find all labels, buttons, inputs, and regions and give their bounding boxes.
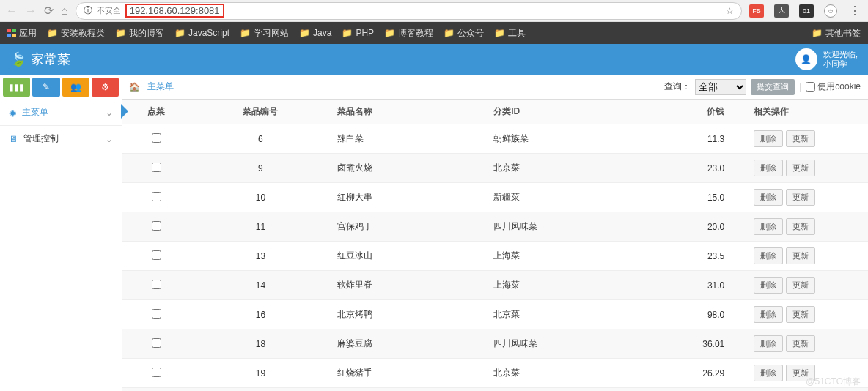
cell-name: 宫保鸡丁: [330, 212, 486, 242]
apps-grid-icon: [7, 29, 16, 37]
row-checkbox[interactable]: [152, 309, 161, 319]
sidebar-item[interactable]: 🖥管理控制⌄: [0, 126, 122, 152]
pencil-icon: ✎: [43, 82, 50, 92]
cell-price: 1.5: [660, 388, 746, 392]
back-button[interactable]: ←: [6, 4, 18, 18]
row-checkbox[interactable]: [152, 368, 161, 377]
extension-icon[interactable]: 01: [799, 4, 814, 18]
insecure-label: 不安全: [97, 5, 121, 16]
cell-id: 9: [191, 154, 330, 183]
bookmark-item[interactable]: 📁Java: [299, 27, 331, 40]
filter-select[interactable]: 全部: [695, 79, 746, 95]
bookmark-label: 公众号: [457, 27, 484, 40]
row-checkbox[interactable]: [152, 250, 161, 260]
bookmark-item[interactable]: 📁安装教程类: [47, 27, 105, 40]
stats-button[interactable]: ▮▮▮: [3, 78, 30, 97]
other-bookmarks[interactable]: 📁 其他书签: [812, 27, 861, 40]
delete-button[interactable]: 删除: [754, 365, 783, 381]
folder-icon: 📁: [812, 28, 823, 38]
reload-button[interactable]: ⟳: [44, 4, 54, 18]
update-button[interactable]: 更新: [786, 247, 815, 264]
table-row: 16北京烤鸭北京菜98.0删除 更新: [122, 300, 868, 329]
home-icon[interactable]: 🏠: [129, 82, 140, 92]
update-button[interactable]: 更新: [786, 160, 815, 176]
cookie-checkbox-label[interactable]: 使用cookie: [806, 81, 861, 93]
delete-button[interactable]: 删除: [754, 218, 783, 235]
settings-button[interactable]: ⚙: [92, 78, 119, 97]
delete-button[interactable]: 删除: [754, 335, 783, 352]
sidebar-item-label: 主菜单: [22, 106, 48, 119]
cell-category: 朝鲜族菜: [486, 124, 660, 154]
folder-icon: 📁: [384, 28, 395, 38]
bookmarks-bar: 应用 📁安装教程类📁我的博客📁JavaScript📁学习网站📁Java📁PHP📁…: [0, 22, 868, 44]
extension-icon[interactable]: 人: [774, 4, 789, 18]
bookmark-item[interactable]: 📁工具: [494, 27, 526, 40]
cell-price: 20.0: [660, 212, 746, 242]
bars-icon: ▮▮▮: [9, 82, 24, 92]
profile-avatar-icon[interactable]: ☺: [824, 4, 837, 18]
submit-button[interactable]: 提交查询: [751, 79, 795, 95]
row-checkbox[interactable]: [152, 163, 161, 172]
delete-button[interactable]: 删除: [754, 277, 783, 294]
row-checkbox[interactable]: [152, 221, 161, 231]
cell-price: 31.0: [660, 271, 746, 300]
home-button[interactable]: ⌂: [61, 4, 68, 18]
update-button[interactable]: 更新: [786, 189, 815, 206]
row-checkbox[interactable]: [152, 192, 161, 201]
forward-button[interactable]: →: [25, 4, 37, 18]
bookmark-star-icon[interactable]: ☆: [726, 6, 734, 16]
cookie-checkbox[interactable]: [806, 82, 815, 92]
cell-name: 红柳大串: [330, 183, 486, 212]
cell-category: 北京菜: [486, 388, 660, 392]
row-checkbox[interactable]: [152, 280, 161, 289]
update-button[interactable]: 更新: [786, 277, 815, 294]
update-button[interactable]: 更新: [786, 335, 815, 352]
sidebar-icon: ◉: [9, 108, 16, 118]
bookmark-label: 其他书签: [825, 27, 861, 40]
search-area: 查询： 全部 提交查询 | 使用cookie: [664, 79, 861, 95]
cell-id: 16: [191, 300, 330, 329]
bookmark-item[interactable]: 📁我的博客: [115, 27, 164, 40]
sidebar-item[interactable]: ◉主菜单⌄: [0, 100, 122, 126]
cell-id: 11: [191, 212, 330, 242]
quick-buttons: ▮▮▮ ✎ 👥 ⚙: [0, 75, 122, 100]
cell-price: 23.5: [660, 242, 746, 271]
delete-button[interactable]: 删除: [754, 189, 783, 206]
cell-category: 上海菜: [486, 242, 660, 271]
apps-label: 应用: [19, 27, 37, 40]
update-button[interactable]: 更新: [786, 306, 815, 323]
bookmark-item[interactable]: 📁PHP: [342, 27, 374, 40]
delete-button[interactable]: 删除: [754, 247, 783, 264]
breadcrumb-item[interactable]: 主菜单: [147, 81, 174, 93]
update-button[interactable]: 更新: [786, 130, 815, 147]
cell-price: 11.3: [660, 124, 746, 154]
edit-button[interactable]: ✎: [32, 78, 59, 97]
sidebar: ◉主菜单⌄🖥管理控制⌄: [0, 100, 122, 391]
extension-icon[interactable]: FB: [749, 4, 764, 18]
cell-category: 四川风味菜: [486, 329, 660, 359]
delete-button[interactable]: 删除: [754, 130, 783, 147]
row-checkbox[interactable]: [152, 338, 161, 348]
delete-button[interactable]: 删除: [754, 160, 783, 176]
apps-button[interactable]: 应用: [7, 27, 37, 40]
bookmark-label: 学习网站: [254, 27, 289, 40]
user-area[interactable]: 👤 欢迎光临, 小同学: [795, 48, 858, 70]
cell-category: 北京菜: [486, 154, 660, 183]
bookmark-item[interactable]: 📁公众号: [444, 27, 484, 40]
leaf-icon: 🍃: [10, 51, 26, 67]
cell-id: 13: [191, 242, 330, 271]
bookmark-item[interactable]: 📁JavaScript: [174, 27, 229, 40]
url-text: 192.168.60.129:8081: [125, 4, 224, 18]
menu-dots-icon[interactable]: ⋮: [847, 4, 862, 18]
update-button[interactable]: 更新: [786, 218, 815, 235]
cell-name: 软炸里脊: [330, 271, 486, 300]
folder-icon: 📁: [174, 28, 185, 38]
bookmark-item[interactable]: 📁博客教程: [384, 27, 433, 40]
users-button[interactable]: 👥: [62, 78, 89, 97]
delete-button[interactable]: 删除: [754, 306, 783, 323]
bookmark-item[interactable]: 📁学习网站: [240, 27, 289, 40]
row-checkbox[interactable]: [152, 133, 161, 143]
address-bar[interactable]: ⓘ 不安全 192.168.60.129:8081 ☆: [76, 2, 742, 20]
cell-price: 23.0: [660, 154, 746, 183]
folder-icon: 📁: [299, 28, 310, 38]
